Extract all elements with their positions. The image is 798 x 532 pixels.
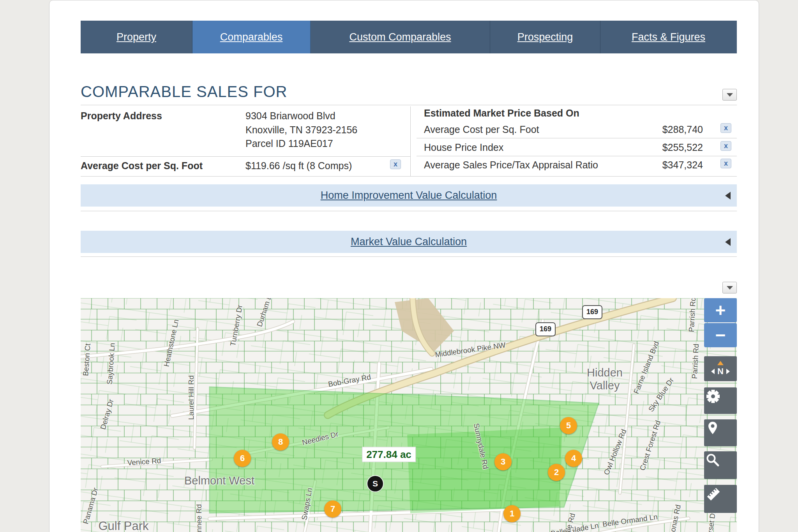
tab-custom-comparables[interactable]: Custom Comparables <box>311 21 490 53</box>
remove-avg-cost-button[interactable]: x <box>390 159 401 169</box>
divider <box>81 176 737 177</box>
map-settings-button[interactable] <box>704 387 737 414</box>
divider <box>81 105 737 105</box>
divider <box>81 211 737 211</box>
property-address-label: Property Address <box>81 110 162 122</box>
divider <box>81 156 410 157</box>
estimate-row-value: $255,522 <box>556 142 703 153</box>
map-search-button[interactable] <box>704 451 737 479</box>
street-label: Laurel Hill Rd <box>187 375 196 420</box>
street-label: Parrish Rd <box>690 344 701 379</box>
highway-shield: 169 <box>582 305 602 319</box>
header-collapse-button[interactable] <box>722 89 737 101</box>
remove-estimate-button[interactable]: x <box>720 141 731 151</box>
estimate-row-value: $347,324 <box>556 159 703 171</box>
divider <box>410 106 411 176</box>
chevron-down-icon <box>727 93 733 97</box>
home-improvement-section-title: Home Improvement Value Calculation <box>321 189 497 201</box>
remove-estimate-button[interactable]: x <box>720 159 731 168</box>
estimate-row-value: $288,740 <box>556 124 703 135</box>
address-line-2: Knoxville, TN 37923-2156 <box>245 124 357 136</box>
map-collapse-button[interactable] <box>722 282 737 293</box>
compass-up-icon[interactable] <box>717 361 724 365</box>
search-icon <box>704 451 721 468</box>
street-label: Suwannee Rd <box>195 504 203 532</box>
zoom-in-button[interactable]: + <box>704 298 737 322</box>
remove-estimate-button[interactable]: x <box>720 123 731 133</box>
divider <box>417 138 737 138</box>
comp-marker-3[interactable]: 3 <box>494 453 512 470</box>
map-location-button[interactable] <box>704 419 737 446</box>
comp-marker-4[interactable]: 4 <box>565 450 582 467</box>
area-label: 277.84 ac <box>362 447 416 462</box>
gear-icon <box>704 387 722 405</box>
compass-control[interactable]: N <box>704 356 737 381</box>
compass-right-icon[interactable] <box>726 369 730 374</box>
estimates-header: Estimated Market Price Based On <box>424 108 579 119</box>
comp-marker-8[interactable]: 8 <box>272 433 289 451</box>
triangle-left-icon <box>725 192 731 200</box>
market-value-section-bar[interactable]: Market Value Calculation <box>81 231 737 253</box>
page-title: COMPARABLE SALES FOR <box>81 83 288 101</box>
estimate-row-label: House Price Index <box>424 142 503 153</box>
highway-shield: 169 <box>535 322 556 336</box>
home-improvement-section-bar[interactable]: Home Improvement Value Calculation <box>81 184 737 207</box>
avg-cost-value: $119.66 /sq ft (8 Comps) <box>245 160 352 171</box>
ruler-icon <box>704 485 723 504</box>
estimate-row-label: Average Cost per Sq. Foot <box>424 124 539 135</box>
comp-marker-2[interactable]: 2 <box>548 464 565 481</box>
chevron-down-icon <box>727 286 733 290</box>
map[interactable]: Middlebrook Pike NW Bob-Gray Rd Needles … <box>81 298 737 532</box>
place-label-hidden-valley: Hidden Valley <box>587 366 623 392</box>
comp-marker-1[interactable]: 1 <box>503 505 521 522</box>
zoom-out-button[interactable]: − <box>704 323 737 347</box>
tab-prospecting[interactable]: Prospecting <box>490 21 600 53</box>
address-line-1: 9304 Briarwood Blvd <box>245 110 335 122</box>
comp-marker-5[interactable]: 5 <box>560 417 577 434</box>
content-card: Property Comparables Custom Comparables … <box>49 0 759 532</box>
tab-comparables[interactable]: Comparables <box>192 21 311 53</box>
avg-cost-label: Average Cost per Sq. Foot <box>81 160 203 171</box>
map-canvas <box>81 298 737 532</box>
compass-north-label: N <box>717 366 724 376</box>
tab-facts-figures[interactable]: Facts & Figures <box>600 21 736 53</box>
tab-property[interactable]: Property <box>81 21 192 53</box>
map-measure-button[interactable] <box>704 485 737 513</box>
location-pin-icon <box>704 419 721 437</box>
compass-left-icon[interactable] <box>711 369 715 374</box>
place-label-gulf-park: Gulf Park <box>98 519 148 532</box>
triangle-left-icon <box>725 238 731 246</box>
comp-marker-7[interactable]: 7 <box>324 500 341 518</box>
place-label-belmont-west: Belmont West <box>184 474 254 487</box>
divider <box>417 156 737 156</box>
tab-bar: Property Comparables Custom Comparables … <box>81 21 737 53</box>
market-value-section-title: Market Value Calculation <box>351 236 467 248</box>
comp-marker-6[interactable]: 6 <box>234 450 251 467</box>
address-line-3: Parcel ID 119AE017 <box>245 138 333 149</box>
divider <box>81 256 737 257</box>
subject-marker[interactable]: S <box>367 476 383 491</box>
